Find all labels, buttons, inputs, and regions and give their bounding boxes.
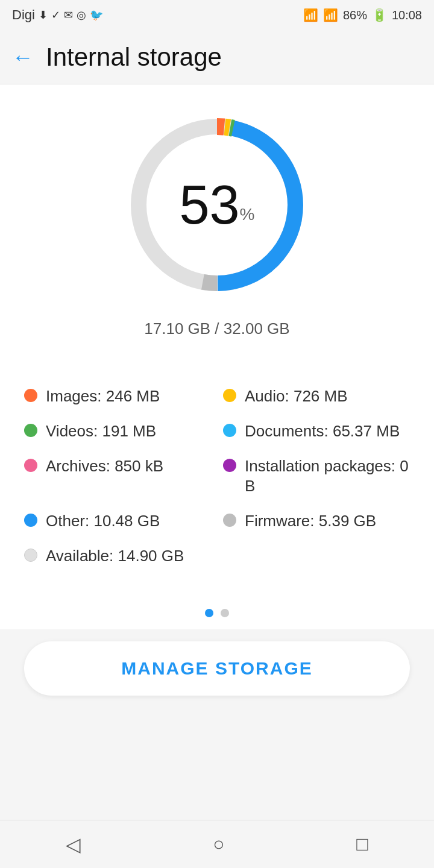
- legend-grid: Images: 246 MB Audio: 726 MB Videos: 191…: [24, 386, 410, 567]
- percent-value: 53: [179, 175, 239, 235]
- manage-storage-button[interactable]: MANAGE STORAGE: [24, 641, 410, 696]
- back-nav-icon[interactable]: ◁: [66, 833, 81, 856]
- signal-icon: 📶: [323, 8, 338, 22]
- list-item: Images: 246 MB: [24, 386, 211, 407]
- donut-chart: 53%: [121, 108, 313, 301]
- page-dot-2[interactable]: [221, 609, 229, 617]
- legend-section: Images: 246 MB Audio: 726 MB Videos: 191…: [0, 374, 434, 591]
- audio-dot: [223, 389, 236, 402]
- bottom-nav: ◁ ○ □: [0, 820, 434, 868]
- status-left: Digi ⬇ ✓ ✉ ◎ 🐦: [12, 7, 103, 23]
- twitter-icon: 🐦: [90, 8, 103, 22]
- pagination-dots: [0, 591, 434, 629]
- available-dot: [24, 549, 37, 562]
- videos-dot: [24, 424, 37, 437]
- time-label: 10:08: [392, 8, 422, 22]
- list-item: Archives: 850 kB: [24, 456, 211, 497]
- recents-nav-icon[interactable]: □: [356, 833, 368, 855]
- page-title: Internal storage: [46, 43, 222, 72]
- carrier-label: Digi: [12, 7, 35, 23]
- archives-dot: [24, 459, 37, 472]
- available-label: Available: 14.90 GB: [46, 546, 184, 567]
- other-dot: [24, 514, 37, 527]
- audio-label: Audio: 726 MB: [245, 386, 348, 407]
- home-nav-icon[interactable]: ○: [213, 833, 224, 855]
- page-dot-1[interactable]: [205, 609, 213, 617]
- images-label: Images: 246 MB: [46, 386, 160, 407]
- documents-label: Documents: 65.37 MB: [245, 421, 400, 442]
- download-icon: ⬇: [39, 8, 48, 22]
- list-item: Videos: 191 MB: [24, 421, 211, 442]
- list-item: Installation packages: 0 B: [223, 456, 410, 497]
- donut-center: 53%: [179, 178, 254, 232]
- images-dot: [24, 389, 37, 402]
- status-right: 📶 📶 86% 🔋 10:08: [303, 8, 422, 22]
- list-item: Other: 10.48 GB: [24, 511, 211, 532]
- percent-sign: %: [240, 205, 255, 224]
- battery-icon: 🔋: [372, 8, 387, 22]
- list-item: Available: 14.90 GB: [24, 546, 211, 567]
- status-bar: Digi ⬇ ✓ ✉ ◎ 🐦 📶 📶 86% 🔋 10:08: [0, 0, 434, 30]
- other-label: Other: 10.48 GB: [46, 511, 160, 532]
- back-button[interactable]: ←: [12, 46, 34, 68]
- documents-dot: [223, 424, 236, 437]
- firmware-dot: [223, 514, 236, 527]
- installation-dot: [223, 459, 236, 472]
- firmware-label: Firmware: 5.39 GB: [245, 511, 376, 532]
- list-item: Audio: 726 MB: [223, 386, 410, 407]
- header: ← Internal storage: [0, 30, 434, 84]
- checkmark-icon: ✓: [51, 8, 60, 22]
- wifi-icon: 📶: [303, 8, 318, 22]
- battery-label: 86%: [343, 8, 367, 22]
- manage-btn-container: MANAGE STORAGE: [0, 629, 434, 714]
- videos-label: Videos: 191 MB: [46, 421, 156, 442]
- installation-label: Installation packages: 0 B: [245, 456, 410, 497]
- whatsapp-icon: ◎: [77, 8, 86, 22]
- mail-icon: ✉: [64, 8, 73, 22]
- archives-label: Archives: 850 kB: [46, 456, 163, 477]
- chart-container: 53% 17.10 GB / 32.00 GB: [12, 108, 422, 338]
- storage-summary: 17.10 GB / 32.00 GB: [144, 319, 289, 338]
- main-content: 53% 17.10 GB / 32.00 GB: [0, 84, 434, 374]
- list-item: Firmware: 5.39 GB: [223, 511, 410, 532]
- list-item: Documents: 65.37 MB: [223, 421, 410, 442]
